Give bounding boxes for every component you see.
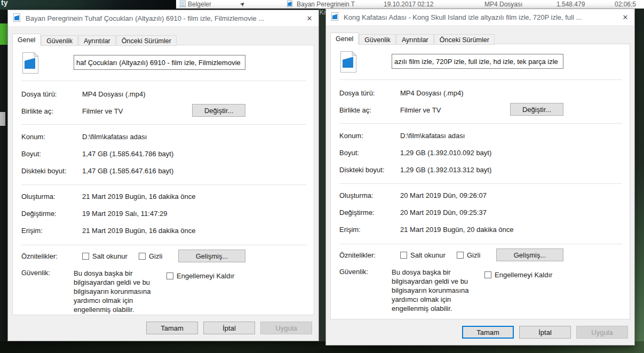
divider [21, 184, 306, 185]
cancel-button[interactable]: İptal [203, 322, 255, 334]
dialog-titlebar: Bayan Peregrinein Tuhaf Çocukları (Altya… [8, 10, 319, 26]
filename-input[interactable] [74, 55, 245, 70]
tab-ayrintilar[interactable]: Ayrıntılar [396, 34, 434, 45]
properties-dialog-left: Bayan Peregrinein Tuhaf Çocukları (Altya… [7, 10, 319, 341]
background-gray-fragment [0, 112, 5, 126]
divider [21, 245, 306, 245]
unblock-checkbox[interactable]: Engellemeyi Kaldır [484, 271, 552, 279]
background-text-fragment: ty [1, 0, 7, 7]
created-label: Oluşturma: [21, 192, 74, 200]
created-label: Oluşturma: [339, 191, 392, 199]
hidden-label: Gizli [149, 252, 162, 260]
file-type-label: Dosya türü: [21, 90, 74, 98]
apply-button[interactable]: Uygula [260, 322, 312, 334]
security-label: Güvenlik: [339, 268, 392, 276]
opens-with-label: Birlikte aç: [21, 107, 74, 115]
readonly-checkbox[interactable]: Salt okunur [400, 251, 446, 259]
tab-genel[interactable]: Genel [330, 33, 359, 45]
explorer-file-length: 02:06:5 [615, 1, 636, 8]
unblock-label: Engellemeyi Kaldır [177, 272, 234, 280]
change-button[interactable]: Değiştir... [510, 103, 563, 116]
general-tab-page: Dosya türü:MP4 Dosyası (.mp4) Birlikte a… [330, 44, 630, 319]
accessed-value: 21 Mart 2019 Bugün, 16 dakika önce [82, 227, 195, 235]
desktop-background-top [0, 0, 176, 10]
tab-bar: Genel Güvenlik Ayrıntılar Önceki Sürümle… [330, 33, 495, 45]
desktop-background-left [0, 10, 7, 353]
created-value: 20 Mart 2019 Dün, 09:26:07 [400, 191, 487, 199]
location-label: Konum: [21, 133, 74, 141]
modified-label: Değiştirme: [339, 208, 392, 216]
dialog-footer: Tamam İptal Uygula [326, 319, 634, 345]
divider [339, 123, 622, 124]
dialog-titlebar: Kong Kafatası Adası - Kong Skull Island … [326, 9, 634, 25]
modified-value: 19 Mart 2019 Salı, 11:47:29 [82, 210, 167, 218]
tab-guvenlik[interactable]: Güvenlik [41, 35, 78, 46]
accessed-label: Erişim: [339, 226, 392, 234]
size-value: 1,47 GB (1.585.641.786 bayt) [82, 150, 173, 158]
size-label: Boyut: [339, 149, 392, 157]
size-value: 1,29 GB (1.392.010.092 bayt) [400, 149, 491, 157]
advanced-button[interactable]: Gelişmiş... [178, 250, 245, 262]
checkbox-icon[interactable] [139, 253, 146, 260]
close-icon[interactable]: ✕ [300, 10, 319, 26]
properties-dialog-right: Kong Kafatası Adası - Kong Skull Island … [325, 9, 635, 346]
explorer-row-strip: Belgeler ➤ Bayan Peregrinein T 19.10.201… [176, 0, 644, 9]
location-value: D:\film\kafatası adası [82, 133, 147, 141]
close-icon[interactable]: ✕ [616, 9, 634, 25]
hidden-checkbox[interactable]: Gizli [457, 251, 480, 259]
desktop-background-right [635, 9, 644, 353]
modified-value: 20 Mart 2019 Dün, 09:25:37 [400, 208, 487, 216]
dialog-footer: Tamam İptal Uygula [8, 315, 319, 341]
dialog-title: Kong Kafatası Adası - Kong Skull Island … [344, 13, 616, 21]
background-green-block [0, 23, 7, 45]
attributes-label: Öznitelikler: [339, 251, 392, 259]
file-type-value: MP4 Dosyası (.mp4) [82, 90, 145, 98]
size-on-disk-value: 1,29 GB (1.392.013.312 bayt) [400, 166, 491, 174]
created-value: 21 Mart 2019 Bugün, 16 dakika önce [82, 192, 195, 200]
video-file-icon [339, 51, 357, 75]
unblock-checkbox[interactable]: Engellemeyi Kaldır [166, 272, 234, 280]
video-file-icon [331, 12, 339, 22]
divider [21, 81, 306, 81]
opens-with-value: Filmler ve TV [82, 107, 123, 115]
unblock-label: Engellemeyi Kaldır [495, 271, 552, 279]
tab-ayrintilar[interactable]: Ayrıntılar [78, 35, 116, 46]
opens-with-value: Filmler ve TV [400, 106, 441, 114]
security-label: Güvenlik: [21, 269, 74, 277]
hidden-label: Gizli [467, 251, 480, 259]
shortcut-arrow-icon: ➤ [238, 0, 247, 8]
checkbox-icon[interactable] [82, 253, 89, 260]
location-label: Konum: [339, 132, 392, 140]
advanced-button[interactable]: Gelişmiş... [496, 248, 563, 261]
apply-button[interactable]: Uygula [576, 326, 628, 339]
readonly-checkbox[interactable]: Salt okunur [82, 252, 128, 260]
general-tab-page: Dosya türü:MP4 Dosyası (.mp4) Birlikte a… [12, 45, 314, 315]
file-type-value: MP4 Dosyası (.mp4) [400, 89, 463, 97]
desktop-background-gap [319, 9, 325, 346]
divider [339, 183, 622, 184]
explorer-file-name[interactable]: Bayan Peregrinein T [297, 1, 355, 8]
video-file-icon [13, 13, 21, 23]
tab-guvenlik[interactable]: Güvenlik [359, 34, 396, 45]
tab-genel[interactable]: Genel [12, 34, 41, 46]
checkbox-icon[interactable] [484, 271, 491, 278]
document-icon [180, 1, 186, 7]
location-value: D:\film\kafatası adası [400, 132, 465, 140]
checkbox-icon[interactable] [400, 252, 407, 259]
tab-bar: Genel Güvenlik Ayrıntılar Önceki Sürümle… [12, 34, 177, 46]
checkbox-icon[interactable] [457, 252, 464, 259]
filename-input[interactable] [392, 54, 563, 69]
change-button[interactable]: Değiştir... [192, 104, 245, 117]
tab-onceki-surumler[interactable]: Önceki Sürümler [116, 35, 177, 46]
accessed-value: 21 Mart 2019 Bugün, 20 dakika önce [400, 226, 513, 234]
ok-button[interactable]: Tamam [146, 322, 198, 334]
tab-onceki-surumler[interactable]: Önceki Sürümler [434, 34, 495, 45]
explorer-folder-item[interactable]: Belgeler [188, 1, 211, 8]
security-text: Bu dosya başka bir bilgisayardan geldi v… [74, 269, 161, 314]
modified-label: Değiştirme: [21, 210, 74, 218]
checkbox-icon[interactable] [166, 272, 173, 279]
cancel-button[interactable]: İptal [519, 326, 571, 339]
hidden-checkbox[interactable]: Gizli [139, 252, 162, 260]
video-file-icon [21, 52, 39, 76]
ok-button[interactable]: Tamam [462, 326, 514, 339]
